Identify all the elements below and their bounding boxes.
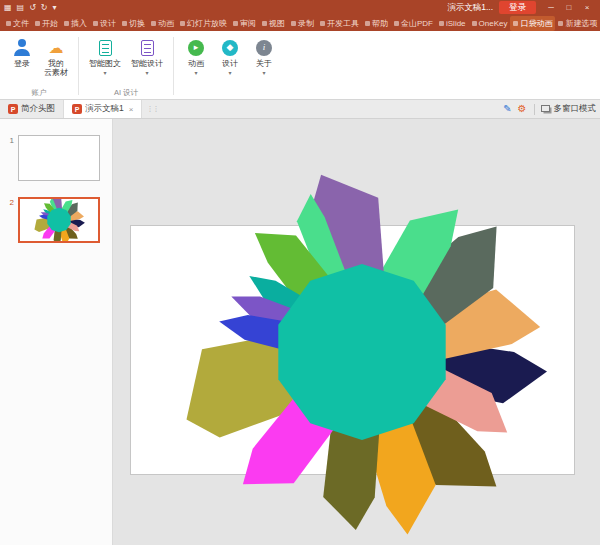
editing-canvas [114,119,600,545]
menu-item-label: 金山PDF [401,18,433,29]
menu-item-label: 动画 [158,18,174,29]
ribbon-tab-bar: 文件开始插入设计切换动画幻灯片放映审阅视图录制开发工具帮助金山PDFiSlide… [0,15,600,31]
menu-item-16[interactable]: 新建选项 [555,16,600,31]
pinwheel-center-decagon[interactable] [278,264,445,440]
slide-number: 2 [4,197,14,243]
doc-tab-current[interactable]: P 演示文稿1 × [64,100,142,118]
toolbar-divider [534,104,535,115]
menu-item-13[interactable]: iSlide [436,17,469,30]
menu-item-2[interactable]: 插入 [61,16,90,31]
smart-design-button[interactable]: 智能设计 ▾ [127,36,167,76]
menu-glyph-icon [320,21,325,26]
menu-item-8[interactable]: 视图 [259,16,288,31]
menu-glyph-icon [93,21,98,26]
cloud-icon: ☁ [49,40,64,55]
my-cloud-assets-button[interactable]: ☁ 我的 云素材 [40,36,72,77]
menu-item-14[interactable]: OneKey [469,17,511,30]
menu-item-4[interactable]: 切换 [119,16,148,31]
slide-item-1: 1 [4,135,112,181]
smart-doc-icon [99,40,112,56]
doc-tab-label: 演示文稿1 [85,103,124,115]
dropdown-caret-icon: ▾ [262,70,265,76]
close-button[interactable]: × [578,3,596,12]
menu-item-label: 设计 [100,18,116,29]
menu-item-label: 录制 [298,18,314,29]
menu-glyph-icon [35,21,40,26]
menu-item-label: 插入 [71,18,87,29]
dropdown-caret-icon: ▾ [228,70,231,76]
tab-drag-handle-icon[interactable]: ⋮⋮ [142,105,162,113]
save-icon[interactable]: ▤ [17,3,25,12]
ppt-file-icon: P [8,104,18,114]
pinwheel-thumbnail-art [31,197,87,243]
menu-item-1[interactable]: 开始 [32,16,61,31]
menu-item-label: 帮助 [372,18,388,29]
app-menu-icon[interactable]: ▦ [4,3,12,12]
sign-in-button[interactable]: 登录 [499,1,536,14]
quick-access-toolbar: ▦ ▤ ↺ ↻ ▾ [4,3,57,12]
menu-glyph-icon [291,21,296,26]
multi-window-icon [541,105,550,112]
undo-icon[interactable]: ↺ [29,3,36,12]
menu-item-12[interactable]: 金山PDF [391,16,436,31]
menu-glyph-icon [439,21,444,26]
menu-glyph-icon [365,21,370,26]
maximize-button[interactable]: □ [560,3,578,12]
format-brush-icon[interactable]: ✎ [500,104,514,114]
login-ribbon-label: 登录 [14,59,30,68]
slide-item-2: 2 [4,197,112,243]
design-button[interactable]: ◆ 设计 ▾ [214,36,246,76]
powerpoint-window: ▦ ▤ ↺ ↻ ▾ 演示文稿1... 登录 ─ □ × 文件开始插入设计切换动画… [0,0,600,545]
animation-button[interactable]: ▸ 动画 ▾ [180,36,212,76]
dropdown-caret-icon: ▾ [194,70,197,76]
ribbon: 登录 ☁ 我的 云素材 账户 智能图文 ▾ 智能设计 [0,31,600,100]
about-icon: i [256,40,272,56]
menu-item-0[interactable]: 文件 [3,16,32,31]
menu-glyph-icon [233,21,238,26]
ribbon-group-tools: ▸ 动画 ▾ ◆ 设计 ▾ i 关于 ▾ [180,33,280,99]
ribbon-group-ai-design: 智能图文 ▾ 智能设计 ▾ AI 设计 [85,33,167,99]
menu-item-5[interactable]: 动画 [148,16,177,31]
menu-item-label: 口袋动画 [520,18,552,29]
about-label: 关于 [256,59,272,68]
document-tab-bar: P 简介头图 P 演示文稿1 × ⋮⋮ ✎ ⚙ 多窗口模式 [0,100,600,119]
design-label: 设计 [222,59,238,68]
menu-item-label: iSlide [446,19,466,28]
menu-item-7[interactable]: 审阅 [230,16,259,31]
minimize-button[interactable]: ─ [542,3,560,12]
group-label-ai-design: AI 设计 [85,86,167,99]
multi-window-mode-button[interactable]: 多窗口模式 [554,103,597,115]
menu-glyph-icon [151,21,156,26]
menu-glyph-icon [6,21,11,26]
dropdown-caret-icon: ▾ [103,70,106,76]
redo-icon[interactable]: ↻ [41,3,48,12]
ribbon-group-account: 登录 ☁ 我的 云素材 账户 [6,33,72,99]
design-icon: ◆ [222,40,238,56]
menu-glyph-icon [64,21,69,26]
menu-item-11[interactable]: 帮助 [362,16,391,31]
tab-close-icon[interactable]: × [129,105,134,114]
dropdown-caret-icon: ▾ [145,70,148,76]
customize-qat-icon[interactable]: ▾ [53,3,57,12]
menu-item-label: 开始 [42,18,58,29]
menu-item-9[interactable]: 录制 [288,16,317,31]
titlebar: ▦ ▤ ↺ ↻ ▾ 演示文稿1... 登录 ─ □ × [0,0,600,15]
menu-item-3[interactable]: 设计 [90,16,119,31]
menu-item-label: 视图 [269,18,285,29]
doc-tab-intro[interactable]: P 简介头图 [0,100,64,118]
pinwheel-center-decagon[interactable] [47,208,70,233]
pinwheel-artwork[interactable] [162,152,562,545]
login-ribbon-button[interactable]: 登录 [6,36,38,68]
smart-doc-button[interactable]: 智能图文 ▾ [85,36,125,76]
slide-1-thumbnail[interactable] [18,135,100,181]
menu-item-6[interactable]: 幻灯片放映 [177,16,230,31]
menu-glyph-icon [558,21,563,26]
slide-number: 1 [4,135,14,181]
menu-item-10[interactable]: 开发工具 [317,16,362,31]
settings-gear-icon[interactable]: ⚙ [515,104,530,114]
menu-item-label: 文件 [13,18,29,29]
about-button[interactable]: i 关于 ▾ [248,36,280,76]
slide-2-thumbnail[interactable] [18,197,100,243]
menu-item-15[interactable]: 口袋动画 [510,16,555,31]
menu-glyph-icon [180,21,185,26]
